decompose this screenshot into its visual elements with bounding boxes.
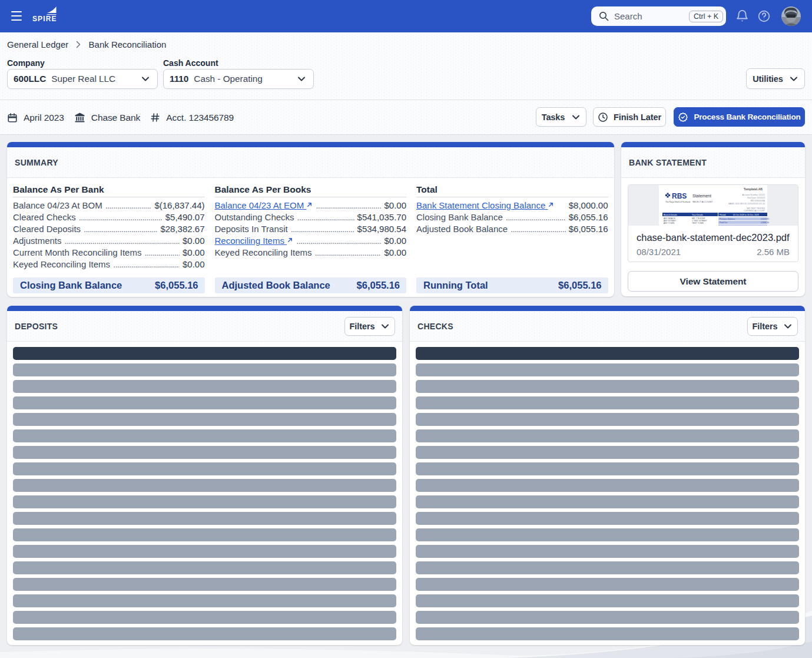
svg-text:SPIRE: SPIRE [32,15,57,23]
svg-text:£2684.34: £2684.34 [761,221,769,224]
svg-text:Statement: Statement [692,194,711,198]
svg-text:ANY TOWN: ANY TOWN [664,222,675,224]
svg-text:TEST TOWN: TEST TOWN [692,222,704,224]
svg-text:Your Details: Your Details [692,214,703,216]
svg-text:CURRENT ACCOUNT: CURRENT ACCOUNT [744,210,765,212]
svg-text:Branch Details: Branch Details [664,214,677,216]
svg-text:Account Number 111111: Account Number 111111 [743,194,765,196]
svg-text:Period: Period [720,214,725,216]
svg-text:IBD 00000USA: IBD 00000USA [751,200,765,202]
svg-text:£1070.95: £1070.95 [761,218,769,220]
svg-text:SELECT ACCOUNT: SELECT ACCOUNT [692,201,713,203]
svg-text:01 Oct 2023 to 31 Dec 2023: 01 Oct 2023 to 31 Dec 2023 [733,214,759,216]
svg-text:RBS: RBS [672,192,687,200]
svg-text:Stat Date 10/10/23: Stat Date 10/10/23 [747,197,765,199]
svg-text:Previous Balance: Previous Balance [720,218,735,220]
svg-text:The Royal Bank of Scotland: The Royal Bank of Scotland [665,201,690,203]
svg-text:TemplateLAB: TemplateLAB [744,187,763,191]
svg-text:Paid Out: Paid Out [720,221,727,224]
svg-text:BANK ODD WOOD 10/10/2023 111 1: BANK ODD WOOD 10/10/2023 111 10 [728,203,765,205]
